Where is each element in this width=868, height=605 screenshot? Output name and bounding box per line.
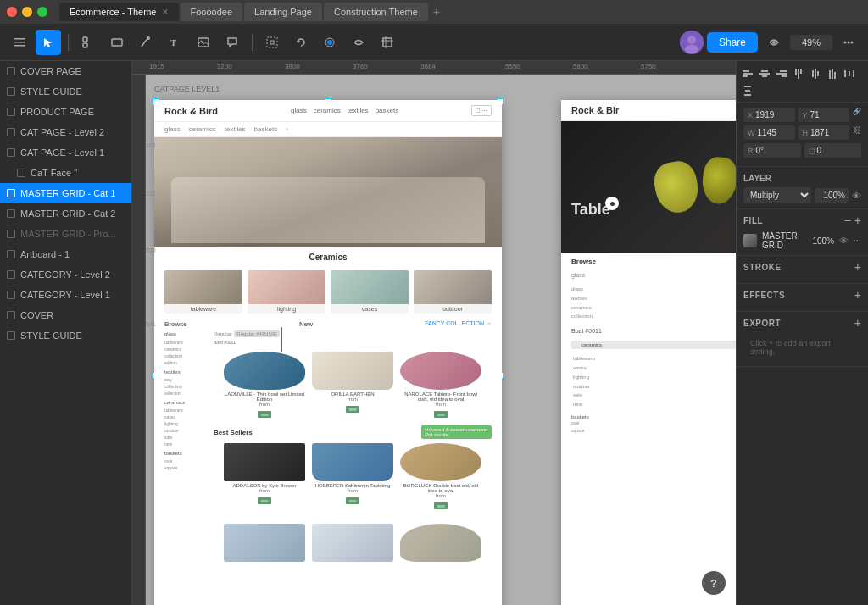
coord-corner[interactable]: ◻ 0 — [804, 143, 862, 158]
main-layout: COVER PAGE STYLE GUIDE PRODUCT PAGE CAT … — [0, 61, 868, 605]
layer-item-style-guide-1[interactable]: STYLE GUIDE — [0, 81, 131, 102]
vector-tool-button[interactable] — [75, 30, 101, 55]
fill-more-icon[interactable]: ⋯ — [854, 236, 861, 245]
image-tool-button[interactable] — [191, 30, 216, 55]
svg-rect-1 — [14, 42, 25, 43]
resize-handle-left[interactable] — [278, 75, 285, 605]
align-bottom-button[interactable] — [825, 66, 840, 81]
fill-visibility-toggle[interactable]: 👁 — [839, 236, 849, 246]
layer-item-master-grid-3[interactable]: MASTER GRID - Pro... — [0, 224, 131, 244]
coord-w[interactable]: W 1145 — [743, 125, 795, 140]
crop-tool-button[interactable] — [375, 30, 400, 55]
traffic-light-minimize[interactable] — [22, 7, 32, 17]
svg-point-18 — [687, 36, 696, 44]
group-icon — [7, 230, 15, 238]
layer-item-cat-page-1[interactable]: CAT PAGE - Level 1 — [0, 142, 131, 163]
svg-rect-42 — [844, 70, 846, 77]
blend-mode-select[interactable]: Multiply — [743, 187, 811, 203]
layer-item-category-1[interactable]: CATEGORY - Level 1 — [0, 285, 131, 305]
more-products — [214, 520, 492, 567]
layer-item-cat-page-2[interactable]: CAT PAGE - Level 2 — [0, 122, 131, 142]
coord-h[interactable]: H 1871 — [798, 125, 850, 140]
artboard-master-grid-1: CATPAGE LEVEL1 Rock & Bird — [154, 100, 502, 605]
tab-close-icon[interactable]: ✕ — [162, 8, 169, 16]
svg-point-14 — [327, 40, 332, 45]
coord-r[interactable]: R 0° — [743, 143, 801, 158]
tab-landing-page[interactable]: Landing Page — [244, 3, 322, 21]
fill-actions: − + — [844, 214, 861, 226]
align-left-button[interactable] — [740, 66, 755, 81]
layer-item-category-2[interactable]: CATEGORY - Level 2 — [0, 264, 131, 285]
distribute-h-button[interactable] — [842, 66, 857, 81]
svg-rect-39 — [829, 70, 831, 79]
mockup-subnav: glass ceramics textiles baskets › — [154, 122, 502, 137]
share-button[interactable]: Share — [707, 32, 758, 53]
preview-button[interactable] — [761, 30, 787, 55]
grid-item-vases: vases — [331, 270, 409, 314]
category-grid: tableware lighting vases outdoor — [154, 267, 502, 317]
toolbar-divider-1 — [68, 34, 69, 51]
fill-add-button[interactable]: + — [854, 214, 861, 226]
export-add-button[interactable]: + — [854, 317, 861, 329]
coord-y[interactable]: Y 71 — [798, 108, 850, 122]
more-product-1 — [224, 524, 305, 563]
artboard-master-grid-2: CATPAGE LEVEL2 Rock & Bir Table — [561, 100, 736, 605]
help-button[interactable]: ? — [702, 571, 726, 595]
align-center-button[interactable] — [757, 66, 772, 81]
page-mockup-1: Rock & Bird glass ceramics textiles bask… — [154, 100, 502, 605]
tab-label: Ecommerce - Theme — [70, 7, 157, 17]
svg-rect-33 — [795, 69, 797, 75]
page-icon — [7, 67, 15, 75]
rectangle-tool-button[interactable] — [104, 30, 130, 55]
visibility-toggle[interactable]: 👁 — [852, 191, 861, 201]
align-middle-button[interactable] — [808, 66, 823, 81]
layer-item-cover[interactable]: COVER — [0, 305, 131, 325]
layer-item-master-grid-2[interactable]: MASTER GRID - Cat 2 — [0, 203, 131, 224]
tab-foooodee[interactable]: Foooodee — [181, 3, 243, 21]
effects-add-button[interactable]: + — [854, 289, 861, 301]
coord-link-2[interactable]: ⛓ — [853, 125, 861, 140]
zoom-level[interactable]: 49% — [790, 35, 832, 50]
comment-tool-button[interactable] — [220, 30, 245, 55]
more-category-rows: tablewarevaseslightingoutdoorsalenew — [561, 352, 736, 411]
distribute-v-button[interactable] — [740, 83, 755, 98]
node-tool-button[interactable] — [317, 30, 342, 55]
layer-item-product-page[interactable]: PRODUCT PAGE — [0, 102, 131, 122]
traffic-light-close[interactable] — [7, 7, 17, 17]
tab-ecommerce-theme[interactable]: Ecommerce - Theme ✕ — [59, 3, 179, 21]
opacity-input[interactable] — [815, 188, 849, 203]
artboard2-hero: Table — [561, 121, 736, 253]
tab-label: Foooodee — [191, 7, 233, 17]
transform-tool-button[interactable] — [259, 30, 285, 55]
coord-x[interactable]: X 1919 — [743, 108, 795, 122]
select-tool-button[interactable] — [36, 30, 61, 55]
layer-item-cat-face[interactable]: CaT Face " — [0, 163, 131, 183]
layer-item-master-grid-1[interactable]: MASTER GRID - Cat 1 — [0, 183, 131, 203]
menu-button[interactable] — [7, 30, 32, 55]
traffic-light-maximize[interactable] — [37, 7, 47, 17]
fill-percent: 100% — [812, 236, 834, 246]
align-right-button[interactable] — [774, 66, 789, 81]
pen-tool-button[interactable] — [133, 30, 159, 55]
fill-subtract-button[interactable]: − — [844, 214, 851, 226]
layer-item-style-guide-2[interactable]: STYLE GUIDE — [0, 325, 131, 346]
fill-swatch[interactable] — [743, 234, 757, 247]
tab-construction-theme[interactable]: Construction Theme — [324, 3, 428, 21]
canvas-area[interactable]: 1915 3200 3800 3760 3684 5550 5800 5750 … — [132, 61, 736, 605]
mask-tool-button[interactable] — [346, 30, 371, 55]
stroke-add-button[interactable]: + — [854, 261, 861, 273]
canvas-content[interactable]: CATPAGE LEVEL1 Rock & Bird — [146, 75, 736, 605]
text-tool-button[interactable]: T — [162, 30, 187, 55]
layer-item-cover-page[interactable]: COVER PAGE — [0, 61, 131, 81]
coord-link[interactable]: 🔗 — [853, 108, 861, 122]
align-top-button[interactable] — [791, 66, 806, 81]
tab-add-button[interactable]: + — [430, 5, 443, 19]
browse-label: Browse — [164, 320, 187, 328]
svg-rect-31 — [776, 73, 787, 75]
svg-rect-43 — [849, 71, 850, 76]
comment-bubble: Hovered & custom narrowerPot visible. — [421, 425, 492, 439]
user-avatar[interactable] — [680, 31, 704, 54]
rotate-tool-button[interactable] — [288, 30, 314, 55]
layer-item-artboard-1[interactable]: Artboard - 1 — [0, 244, 131, 264]
more-options-button[interactable] — [836, 30, 861, 55]
